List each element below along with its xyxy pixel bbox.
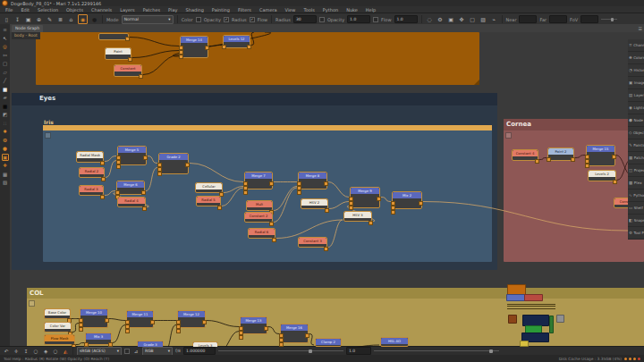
node-merge-10[interactable]: Merge 10	[80, 308, 108, 328]
node-grade-3[interactable]: Grade 3	[137, 341, 164, 347]
output-port[interactable]	[535, 159, 539, 164]
input-port[interactable]	[125, 329, 130, 333]
node-merge-13[interactable]: Merge 13	[240, 316, 267, 334]
node-radial-2[interactable]: Radial 2	[79, 167, 105, 178]
input-port[interactable]	[116, 164, 121, 169]
gradient-tool[interactable]: ◩	[2, 111, 9, 118]
pan-icon[interactable]: ✛	[13, 349, 20, 354]
radius-field[interactable]: 30	[293, 15, 317, 23]
mode-dropdown[interactable]: Normal▾	[122, 15, 174, 24]
palette-patches[interactable]: ▦Patches	[628, 152, 644, 164]
down-icon[interactable]: ↧	[22, 349, 30, 354]
node-merge-6[interactable]: Merge 6	[116, 181, 145, 195]
output-port[interactable]	[139, 74, 143, 79]
export-icon[interactable]: ↧	[13, 15, 21, 23]
node-merge-12[interactable]: Merge 12	[177, 310, 206, 328]
gain-field[interactable]: 1.000000	[183, 347, 216, 355]
output-port[interactable]	[612, 155, 616, 159]
palette-snapshots[interactable]: ◧Snapshots	[628, 215, 644, 227]
select-tool[interactable]: ↖	[2, 35, 9, 42]
input-port[interactable]	[297, 190, 301, 195]
shape-tool[interactable]: ▰	[2, 94, 9, 101]
palette-lights[interactable]: ◉Lights	[628, 102, 644, 114]
palette-ptex[interactable]: ▩Ptex	[628, 177, 644, 189]
output-port[interactable]	[419, 201, 423, 206]
node-merge-5[interactable]: Merge 5	[117, 146, 147, 165]
node-radial-mask[interactable]: Radial Mask	[76, 151, 104, 163]
backdrop-col-titlebar[interactable]	[27, 288, 644, 299]
menu-edit[interactable]: Edit	[21, 7, 30, 13]
gamma-slider[interactable]	[374, 350, 499, 351]
checkbox-opacity[interactable]	[196, 17, 201, 22]
move-icon[interactable]: ✥	[458, 15, 466, 23]
toolbar-slider[interactable]	[601, 19, 617, 20]
node-cellular[interactable]: Cellular	[195, 182, 223, 193]
checkbox-opacity-field[interactable]	[319, 17, 325, 22]
toolbar-slider-knob[interactable]	[611, 18, 614, 21]
node-merge-11[interactable]: Merge 11	[126, 310, 154, 328]
output-port[interactable]	[264, 326, 268, 331]
menu-nuke[interactable]: Nuke	[346, 7, 358, 13]
backdrop-top-orange-resize-corner[interactable]	[474, 80, 479, 85]
node-o1[interactable]	[98, 33, 129, 40]
output-port[interactable]	[100, 195, 105, 199]
menu-shading[interactable]: Shading	[186, 7, 204, 13]
node-radial-6[interactable]: Radial 6	[248, 228, 275, 239]
link-icon[interactable]: ⌁	[490, 15, 498, 23]
palette-shelf[interactable]: ▭Shelf	[628, 202, 644, 215]
input-port[interactable]	[585, 164, 589, 168]
menu-view[interactable]: View	[285, 7, 296, 13]
node-merge-8[interactable]: Merge 8	[298, 172, 327, 189]
node-paint[interactable]: Paint	[105, 47, 131, 60]
near-field[interactable]	[519, 15, 537, 23]
node-radial-3[interactable]: Radial 3	[79, 185, 104, 196]
node-constant-3[interactable]: Constant 3	[298, 237, 327, 248]
node-color-var[interactable]: Color Var	[44, 322, 72, 333]
menu-play[interactable]: Play	[168, 7, 177, 13]
gain-slider-knob[interactable]	[309, 349, 312, 353]
circle2-icon[interactable]: ○	[52, 349, 59, 354]
background-swatch[interactable]: ■	[2, 103, 9, 110]
output-port[interactable]	[101, 177, 106, 181]
input-port[interactable]	[547, 157, 551, 162]
layers-icon[interactable]: ≣	[56, 15, 64, 23]
node-merge-9[interactable]: Merge 9	[350, 187, 380, 208]
eraser-icon[interactable]: ●	[90, 15, 98, 23]
backdrop-cornea[interactable]: Cornea	[504, 119, 644, 262]
backdrop-iris-titlebar[interactable]	[43, 125, 492, 130]
output-port[interactable]	[377, 197, 381, 201]
output-port[interactable]	[105, 318, 109, 323]
line-tool[interactable]: ╱	[2, 77, 9, 84]
menu-filters[interactable]: Filters	[238, 7, 251, 13]
settings-icon[interactable]: ⚙	[436, 15, 445, 23]
channel-dropdown[interactable]: RGB▾	[142, 347, 173, 356]
node-constant-4[interactable]: Constant 4	[512, 149, 538, 161]
node-base-color[interactable]: Base Color	[44, 308, 71, 319]
node-hsv-3[interactable]: HSV 3	[343, 211, 372, 222]
output-port[interactable]	[143, 156, 148, 160]
output-port[interactable]	[100, 161, 105, 165]
paint-mode-icon[interactable]: ✎	[46, 15, 54, 23]
palette-image-manager[interactable]: ▣Image Manager	[628, 77, 644, 89]
palette-tool-properties[interactable]: ⚙Tool Properties	[628, 227, 644, 240]
output-port[interactable]	[325, 208, 329, 213]
output-port[interactable]	[202, 320, 207, 324]
backdrop-col-collapse-box[interactable]	[29, 300, 35, 307]
node-grade-2[interactable]: Grade 2	[158, 153, 189, 174]
paint-through-tool[interactable]: ◎	[2, 43, 9, 50]
output-port[interactable]	[141, 190, 146, 195]
output-port[interactable]	[369, 221, 373, 225]
colorspace-dropdown[interactable]: sRGB (ACES)▾	[77, 347, 122, 356]
paint-tool[interactable]: ▣	[2, 154, 9, 161]
menu-file[interactable]: File	[5, 7, 13, 13]
input-port[interactable]	[239, 335, 243, 340]
output-port[interactable]	[269, 222, 274, 226]
save-icon[interactable]: ▣	[24, 15, 32, 23]
menu-objects[interactable]: Objects	[66, 7, 83, 13]
output-port[interactable]	[205, 46, 209, 50]
output-port[interactable]	[125, 37, 130, 41]
input-port[interactable]	[79, 327, 83, 332]
smudge-tool[interactable]: ❂	[2, 137, 9, 144]
output-port[interactable]	[128, 57, 132, 62]
tool-options-icon[interactable]: ≡	[2, 26, 9, 33]
